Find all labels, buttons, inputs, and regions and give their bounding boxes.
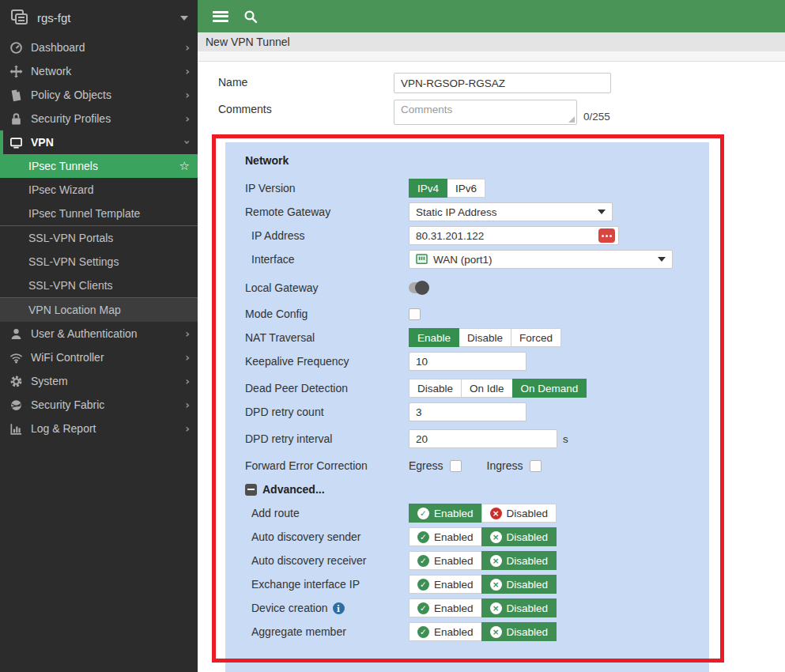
sidebar-item-label: VPN xyxy=(31,136,54,149)
search-icon[interactable] xyxy=(243,9,258,24)
sidebar-item-label: Log & Report xyxy=(31,422,96,435)
dpd-segmented: Disable On Idle On Demand xyxy=(409,379,587,398)
x-circle-icon: × xyxy=(490,602,502,614)
sidebar-item-ipsec-wizard[interactable]: IPsec Wizard xyxy=(0,178,198,202)
chevron-down-icon xyxy=(598,210,606,214)
x-circle-icon: × xyxy=(490,531,502,543)
sidebar-item-sslvpn-portals[interactable]: SSL-VPN Portals xyxy=(0,226,198,250)
comments-input[interactable] xyxy=(394,100,577,125)
keepalive-input[interactable] xyxy=(409,352,526,371)
keepalive-row: Keepalive Frequency xyxy=(245,352,695,371)
hamburger-menu-icon[interactable] xyxy=(213,11,228,22)
name-row: Name xyxy=(218,73,611,93)
sidebar-item-label: System xyxy=(31,375,68,387)
fec-egress-label: Egress xyxy=(409,459,443,472)
device-creation-row: Device creationi ✓ Enabled × Disabled xyxy=(245,598,695,617)
comments-char-counter: 0/255 xyxy=(583,100,610,123)
sidebar-item-system[interactable]: System › xyxy=(0,369,198,393)
chevron-right-icon: › xyxy=(185,66,190,77)
ipv6-option[interactable]: IPv6 xyxy=(447,179,485,198)
sidebar-item-wifi-controller[interactable]: WiFi Controller › xyxy=(0,345,198,369)
interface-select[interactable]: WAN (port1) xyxy=(409,250,673,269)
monitor-icon xyxy=(9,136,23,149)
sidebar-item-user-authentication[interactable]: User & Authentication › xyxy=(0,322,198,345)
comments-label: Comments xyxy=(218,100,394,115)
sidebar-item-vpn-location-map[interactable]: VPN Location Map xyxy=(0,298,198,322)
sidebar-item-log-report[interactable]: Log & Report › xyxy=(0,417,198,440)
chevron-down-icon xyxy=(180,16,188,21)
chevron-right-icon: › xyxy=(185,423,190,434)
sidebar-item-security-fabric[interactable]: Security Fabric › xyxy=(0,393,198,417)
auto-discovery-sender-enabled-button[interactable]: ✓ Enabled xyxy=(409,527,482,546)
dpd-on-demand-option[interactable]: On Demand xyxy=(512,379,587,398)
chevron-right-icon: › xyxy=(185,113,190,124)
fec-ingress-checkbox[interactable] xyxy=(530,460,542,472)
auto-discovery-receiver-enabled-button[interactable]: ✓ Enabled xyxy=(409,551,482,570)
sidebar-item-policy-objects[interactable]: Policy & Objects › xyxy=(0,83,198,107)
top-navbar xyxy=(198,0,785,32)
ip-version-segmented: IPv4 IPv6 xyxy=(409,179,485,198)
resize-handle[interactable] xyxy=(568,116,575,123)
network-section: Network IP Version IPv4 IPv6 Remote Gate… xyxy=(225,142,709,672)
sidebar-item-vpn[interactable]: VPN › xyxy=(0,130,198,154)
sidebar-item-label: Security Profiles xyxy=(31,112,111,125)
dpd-retry-count-input[interactable] xyxy=(409,402,526,421)
user-icon xyxy=(9,327,23,341)
ipv4-option[interactable]: IPv4 xyxy=(409,179,447,198)
seconds-unit: s xyxy=(563,433,568,445)
fec-egress-checkbox[interactable] xyxy=(450,460,462,472)
sidebar-item-ipsec-tunnels[interactable]: IPsec Tunnels ☆ xyxy=(0,154,198,178)
aggregate-member-enabled-button[interactable]: ✓ Enabled xyxy=(409,622,482,641)
x-circle-icon: × xyxy=(490,555,502,567)
dpd-retry-interval-input[interactable] xyxy=(409,429,557,448)
device-creation-disabled-button[interactable]: × Disabled xyxy=(481,598,557,617)
chevron-down-icon xyxy=(658,257,666,262)
favorite-star-icon[interactable]: ☆ xyxy=(179,159,190,173)
dpd-disable-option[interactable]: Disable xyxy=(409,379,462,398)
ip-address-input[interactable] xyxy=(409,226,619,245)
info-icon[interactable]: i xyxy=(333,602,345,614)
fortigate-logo-icon xyxy=(11,9,30,26)
page-title: New VPN Tunnel xyxy=(206,36,290,48)
interface-label: Interface xyxy=(245,253,409,266)
auto-discovery-receiver-disabled-button[interactable]: × Disabled xyxy=(481,551,557,570)
add-route-enabled-button[interactable]: ✓ Enabled xyxy=(409,504,482,523)
aggregate-member-label: Aggregate member xyxy=(245,625,409,638)
chevron-right-icon: › xyxy=(185,89,190,100)
add-route-disabled-button[interactable]: × Disabled xyxy=(481,504,557,523)
security-fabric-icon xyxy=(9,398,23,412)
x-circle-icon: × xyxy=(490,508,502,519)
mode-config-checkbox[interactable] xyxy=(409,308,421,320)
exchange-interface-ip-enabled-button[interactable]: ✓ Enabled xyxy=(409,575,482,594)
sidebar-item-network[interactable]: Network › xyxy=(0,59,198,83)
nat-enable-option[interactable]: Enable xyxy=(409,328,459,347)
sidebar-item-dashboard[interactable]: Dashboard › xyxy=(0,36,198,59)
sidebar-item-sslvpn-clients[interactable]: SSL-VPN Clients xyxy=(0,274,198,297)
dpd-on-idle-option[interactable]: On Idle xyxy=(461,379,513,398)
ip-address-label: IP Address xyxy=(245,229,409,242)
fortigate-admin-window: rgs-fgt Dashboard › Network › Policy & O… xyxy=(0,0,785,672)
device-creation-enabled-button[interactable]: ✓ Enabled xyxy=(409,598,482,617)
check-circle-icon: ✓ xyxy=(417,579,429,591)
exchange-interface-ip-disabled-button[interactable]: × Disabled xyxy=(481,575,557,594)
name-input[interactable] xyxy=(394,73,611,93)
advanced-toggle[interactable]: Advanced... xyxy=(245,483,695,496)
bar-chart-icon xyxy=(9,422,23,436)
aggregate-member-disabled-button[interactable]: × Disabled xyxy=(481,622,557,641)
remote-gateway-select[interactable]: Static IP Address xyxy=(409,202,613,221)
local-gateway-toggle[interactable] xyxy=(409,282,428,293)
collapse-icon xyxy=(245,484,257,496)
nat-disable-option[interactable]: Disable xyxy=(459,328,511,347)
address-picker-icon[interactable] xyxy=(598,228,615,243)
sidebar-item-sslvpn-settings[interactable]: SSL-VPN Settings xyxy=(0,250,198,274)
sidebar-item-label: SSL-VPN Clients xyxy=(28,279,113,292)
auto-discovery-sender-disabled-button[interactable]: × Disabled xyxy=(481,527,557,546)
nat-forced-option[interactable]: Forced xyxy=(511,328,561,347)
sidebar-item-security-profiles[interactable]: Security Profiles › xyxy=(0,107,198,130)
sidebar-item-label: Security Fabric xyxy=(31,398,104,411)
sidebar-item-label: Dashboard xyxy=(31,41,85,54)
sidebar-item-ipsec-tunnel-template[interactable]: IPsec Tunnel Template xyxy=(0,202,198,225)
aggregate-member-row: Aggregate member ✓ Enabled × Disabled xyxy=(245,622,695,641)
sidebar-item-label: Network xyxy=(31,65,71,77)
device-selector[interactable]: rgs-fgt xyxy=(0,0,198,36)
